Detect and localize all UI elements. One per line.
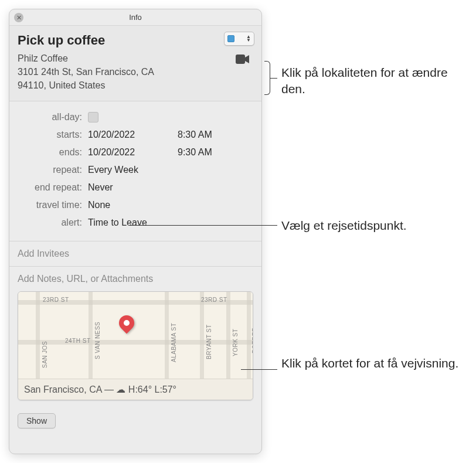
street-sanjose: SAN JOS: [42, 341, 48, 367]
location-addr2: 94110, United States: [18, 79, 253, 92]
location-addr1: 3101 24th St, San Francisco, CA: [18, 65, 253, 79]
travel-label: travel time:: [18, 200, 88, 210]
alert-value[interactable]: Time to Leave: [88, 217, 253, 228]
annotation-travel: Vælg et rejsetidspunkt.: [281, 217, 469, 234]
add-invitees-field[interactable]: Add Invitees: [9, 241, 261, 267]
repeat-label: repeat:: [18, 165, 88, 175]
street-24th: 24TH ST: [65, 338, 91, 344]
event-details: all-day: starts: 10/20/2022 8:30 AM ends…: [9, 101, 261, 241]
calendar-color-swatch: [227, 35, 234, 42]
starts-label: starts:: [18, 130, 88, 140]
travel-value[interactable]: None: [88, 200, 253, 210]
video-call-icon[interactable]: [236, 53, 250, 68]
street-23rd-b: 23RD ST: [201, 297, 227, 303]
alert-label: alert:: [18, 217, 88, 228]
callout-line-map: [241, 369, 277, 370]
svg-rect-0: [236, 55, 245, 64]
titlebar: ✕ Info: [9, 9, 261, 26]
stepper-chevrons-icon: ▲▼: [246, 35, 251, 42]
panel-footer: Show: [9, 407, 261, 434]
event-info-panel: ✕ Info Pick up coffee Philz Coffee 3101 …: [9, 9, 262, 454]
annotation-map: Klik på kortet for at få vejvisning.: [281, 355, 463, 372]
callout-bracket-location: [264, 61, 270, 95]
street-york: YORK ST: [232, 328, 239, 356]
row-allday: all-day:: [18, 108, 253, 126]
map-canvas: 23RD ST 23RD ST 24TH ST S VAN NESS ALABA…: [18, 292, 253, 379]
callout-line-travel: [129, 225, 277, 226]
starts-time[interactable]: 8:30 AM: [178, 130, 253, 140]
map-preview[interactable]: 23RD ST 23RD ST 24TH ST S VAN NESS ALABA…: [18, 291, 253, 400]
callout-line-location: [270, 78, 277, 79]
row-endrepeat: end repeat: Never: [18, 179, 253, 196]
ends-label: ends:: [18, 147, 88, 158]
row-ends: ends: 10/20/2022 9:30 AM: [18, 144, 253, 161]
ends-date[interactable]: 10/20/2022: [88, 147, 164, 158]
row-traveltime: travel time: None: [18, 196, 253, 214]
endrepeat-label: end repeat:: [18, 182, 88, 193]
street-svanness: S VAN NESS: [94, 321, 101, 359]
allday-label: all-day:: [18, 112, 88, 122]
street-23rd: 23RD ST: [43, 297, 69, 303]
starts-date[interactable]: 10/20/2022: [88, 130, 164, 140]
event-location[interactable]: Philz Coffee 3101 24th St, San Francisco…: [18, 52, 253, 93]
endrepeat-value[interactable]: Never: [88, 182, 253, 193]
location-name: Philz Coffee: [18, 52, 253, 65]
street-bryant: BRYANT ST: [206, 324, 212, 359]
map-pin-icon: [116, 312, 138, 333]
add-notes-field[interactable]: Add Notes, URL, or Attachments: [9, 267, 261, 289]
ends-time[interactable]: 9:30 AM: [178, 147, 253, 158]
row-alert: alert: Time to Leave: [18, 214, 253, 232]
event-header: Pick up coffee Philz Coffee 3101 24th St…: [9, 26, 261, 101]
repeat-value[interactable]: Every Week: [88, 165, 253, 175]
calendar-dropdown[interactable]: ▲▼: [224, 32, 254, 46]
event-title[interactable]: Pick up coffee: [18, 33, 253, 48]
annotation-location: Klik på lokaliteten for at ændre den.: [281, 64, 463, 98]
street-potrer: POTRER: [251, 327, 253, 353]
close-icon[interactable]: ✕: [14, 13, 23, 22]
allday-checkbox[interactable]: [88, 112, 98, 122]
window-title: Info: [129, 13, 142, 22]
row-starts: starts: 10/20/2022 8:30 AM: [18, 126, 253, 144]
show-button[interactable]: Show: [18, 413, 56, 428]
street-alabama: ALABAMA ST: [171, 322, 177, 362]
row-repeat: repeat: Every Week: [18, 161, 253, 179]
map-weather-footer: San Francisco, CA — ☁ H:64° L:57°: [18, 379, 253, 400]
